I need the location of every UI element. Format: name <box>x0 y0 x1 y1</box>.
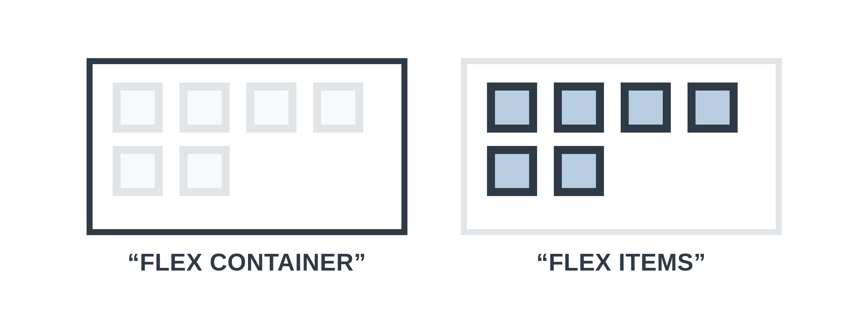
flexbox-diagram: “FLEX CONTAINER” “FLEX ITEMS” <box>87 58 782 276</box>
flex-item-highlighted <box>487 82 537 133</box>
flex-items-box <box>461 58 782 235</box>
flex-items-panel: “FLEX ITEMS” <box>461 58 782 276</box>
flex-item-faded <box>313 82 363 133</box>
flex-item-faded <box>246 82 297 133</box>
flex-items-label: “FLEX ITEMS” <box>536 248 706 276</box>
flex-item-highlighted <box>487 146 537 196</box>
flex-item-highlighted <box>687 82 738 133</box>
flex-container-panel: “FLEX CONTAINER” <box>87 58 407 276</box>
flex-item-faded <box>113 82 163 133</box>
flex-item-highlighted <box>554 146 604 196</box>
flex-item-highlighted <box>554 82 604 133</box>
flex-container-label: “FLEX CONTAINER” <box>127 248 366 276</box>
flex-item-faded <box>180 146 229 196</box>
flex-item-highlighted <box>621 82 671 133</box>
flex-container-box <box>87 58 407 235</box>
flex-item-faded <box>113 146 163 196</box>
flex-item-faded <box>180 82 229 133</box>
